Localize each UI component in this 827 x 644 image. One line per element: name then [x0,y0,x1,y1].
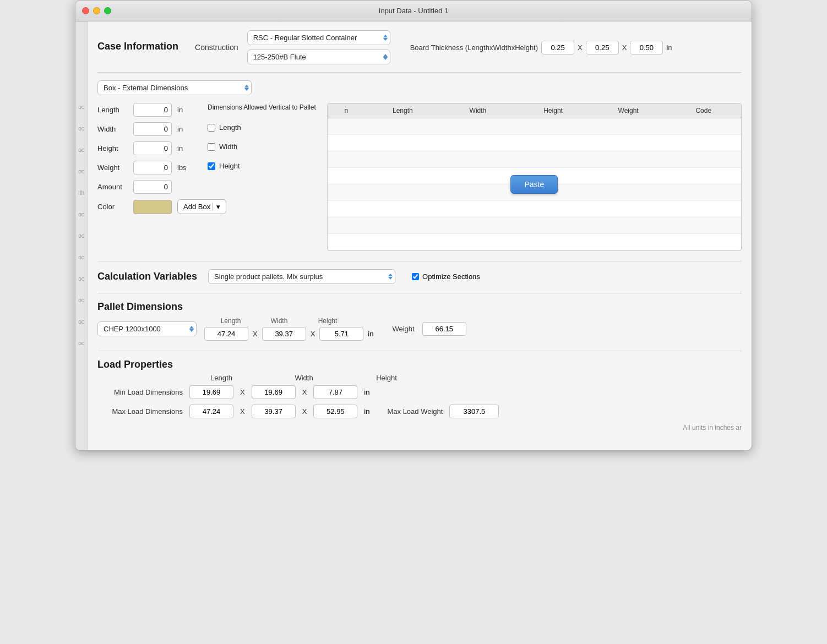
width-checkbox[interactable] [208,143,215,151]
dims-allowed-title: Dimensions Allowed Vertical to Pallet [208,103,316,112]
length-input[interactable] [133,103,172,117]
pallet-length-input[interactable] [204,327,248,341]
add-box-button[interactable]: Add Box ▾ [177,199,226,214]
construction-block: RSC - Regular Slotted Container 125-250#… [247,30,390,64]
max-length-input[interactable] [189,405,233,418]
footer-note: All units in inches ar [97,424,742,432]
max-load-row: Max Load Dimensions X X in Max Load Weig… [97,405,742,418]
min-load-row: Min Load Dimensions X X in [97,385,742,399]
pallet-section: Pallet Dimensions CHEP 1200x1000 [97,301,742,341]
width-check-row: Width [208,143,237,154]
pallet-dims-label: Pallet Dimensions [97,301,183,312]
flute-select[interactable]: 125-250#B Flute [247,50,390,64]
max-weight-label: Max Load Weight [387,407,443,416]
pallet-weight-input[interactable] [422,322,466,336]
pallet-length-header: Length [206,317,255,325]
dims-and-table: Length in Dimensions Allowed Vertical to… [97,103,742,251]
traffic-lights [82,7,111,14]
table-row [328,118,741,135]
amount-label: Amount [97,183,128,191]
close-button[interactable] [82,7,89,14]
pallet-width-header: Width [255,317,303,325]
calc-vars-section: Calculation Variables Single product pal… [97,269,742,284]
divider-3 [97,293,742,293]
height-label: Height [97,144,128,152]
height-check-row: Height [208,162,240,173]
load-width-header: Width [271,374,337,382]
calc-vars-label: Calculation Variables [97,271,197,282]
table-row [328,201,741,217]
width-check-label: Width [219,143,237,151]
table-header: n Length Width Height Weight Code [328,103,741,118]
min-height-input[interactable] [313,385,357,399]
optimize-check-row: Optimize Sections [412,272,480,281]
table-row [328,151,741,168]
weight-label: Weight [97,163,128,172]
height-unit: in [177,144,191,152]
weight-input[interactable] [133,161,172,174]
min-load-label: Min Load Dimensions [97,388,183,396]
add-box-label: Add Box [183,203,210,211]
construction-select-wrapper: RSC - Regular Slotted Container [247,30,390,45]
length-field-row: Length in Dimensions Allowed Vertical to… [97,103,316,117]
height-input[interactable] [133,141,172,155]
paste-button[interactable]: Paste [510,175,558,194]
bt-unit: in [666,43,672,52]
load-height-header: Height [353,374,420,382]
add-box-dropdown-arrow[interactable]: ▾ [213,203,220,211]
min-length-input[interactable] [189,385,233,399]
calc-vars-select[interactable]: Single product pallets. Mix surplus [208,269,395,284]
title-bar: Input Data - Untitled 1 [75,1,752,21]
board-thickness-label: Board Thickness (LengthxWidthxHeight) [410,43,538,52]
dims-fields: Length in Dimensions Allowed Vertical to… [97,103,316,251]
pallet-height-input[interactable] [319,327,363,341]
max-width-input[interactable] [252,405,296,418]
th-width: Width [440,107,516,114]
box-header-row: Box - External Dimensions [97,80,742,95]
bt-height-input[interactable] [630,41,663,54]
length-unit: in [177,106,191,114]
width-unit: in [177,125,191,133]
length-checkbox[interactable] [208,124,215,132]
table-body: Paste [328,118,741,250]
height-check-label: Height [219,162,240,170]
th-n: n [328,107,365,114]
table-row [328,217,741,234]
case-information-section: Case Information Construction RSC - Regu… [97,30,742,64]
pallet-width-input[interactable] [262,327,306,341]
box-section: Box - External Dimensions Length [97,80,742,251]
table-row [328,135,741,151]
window-title: Input Data - Untitled 1 [379,7,448,15]
min-width-input[interactable] [252,385,296,399]
construction-select[interactable]: RSC - Regular Slotted Container [247,30,390,45]
width-label: Width [97,125,128,133]
flute-select-wrapper: 125-250#B Flute [247,50,390,64]
min-unit: in [364,388,369,396]
maximize-button[interactable] [104,7,111,14]
construction-label: Construction [195,43,238,52]
max-weight-input[interactable] [449,405,499,418]
height-checkbox[interactable] [208,162,215,170]
th-height: Height [515,107,591,114]
pallet-row: CHEP 1200x1000 Length Width Height [97,317,742,341]
bt-length-input[interactable] [541,41,574,54]
width-input[interactable] [133,122,172,136]
case-info-header: Case Information [97,41,178,52]
divider-1 [97,72,742,73]
th-weight: Weight [591,107,666,114]
dims-allowed-block: Dimensions Allowed Vertical to Pallet [208,103,316,117]
minimize-button[interactable] [93,7,100,14]
pallet-select[interactable]: CHEP 1200x1000 [97,321,197,336]
box-dims-select-wrapper: Box - External Dimensions [97,80,252,95]
x-sep-2: X [622,43,627,52]
pallet-height-header: Height [303,317,352,325]
x-sep-1: X [578,43,583,52]
amount-input[interactable] [133,180,172,194]
box-dims-select[interactable]: Box - External Dimensions [97,80,252,95]
pallet-select-wrapper: CHEP 1200x1000 [97,321,197,336]
optimize-checkbox[interactable] [412,273,419,280]
bt-width-input[interactable] [586,41,619,54]
max-height-input[interactable] [313,405,357,418]
color-swatch[interactable] [133,200,172,214]
divider-4 [97,351,742,351]
